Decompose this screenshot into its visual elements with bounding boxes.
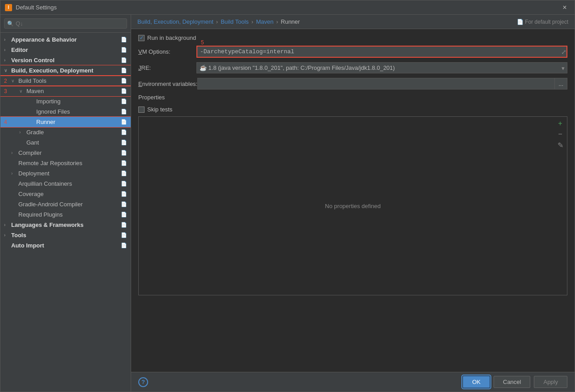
- for-default-text: 📄 For default project: [517, 19, 568, 25]
- expand-icon: ›: [4, 47, 11, 52]
- sidebar-item-label: Maven: [26, 88, 121, 94]
- sidebar-item-gradle-android[interactable]: Gradle-Android Compiler 📄: [0, 199, 131, 209]
- expand-icon: ›: [4, 58, 11, 63]
- sidebar-item-label: Gradle-Android Compiler: [18, 201, 121, 208]
- help-button[interactable]: ?: [138, 377, 148, 387]
- sidebar-item-label: Coverage: [18, 191, 121, 197]
- content-area: 🔍 › Appearance & Behavior 📄 › Editor 📄: [0, 15, 575, 392]
- expand-icon: ›: [4, 37, 11, 42]
- cancel-button[interactable]: Cancel: [494, 376, 530, 388]
- search-box: 🔍: [0, 15, 131, 33]
- page-icon: 📄: [121, 119, 127, 125]
- sidebar-item-label: Importing: [36, 98, 121, 105]
- breadcrumb-sep-1: ›: [216, 18, 218, 25]
- sidebar-item-compiler[interactable]: › Compiler 📄: [0, 148, 131, 158]
- run-in-background-checkbox-label[interactable]: ✓ Run in background: [138, 34, 196, 41]
- sidebar-item-build-exec-deploy[interactable]: 1 ∨ Build, Execution, Deployment 📄: [0, 65, 131, 76]
- sidebar-item-gradle[interactable]: › Gradle 📄: [0, 127, 131, 137]
- expand-icon: ∨: [4, 68, 11, 73]
- sidebar-item-label: Appearance & Behavior: [11, 36, 121, 43]
- expand-icon: ∨: [11, 78, 18, 83]
- skip-tests-checkbox[interactable]: ✓: [138, 107, 145, 113]
- ok-button[interactable]: OK: [463, 376, 490, 388]
- skip-tests-checkbox-label[interactable]: ✓ Skip tests: [138, 106, 172, 113]
- sidebar-item-label: Deployment: [18, 170, 121, 177]
- apply-button[interactable]: Apply: [534, 376, 567, 388]
- page-icon: 📄: [121, 47, 127, 53]
- jre-select-wrap: ☕ 1.8 (java version "1.8.0_201", path: C…: [196, 62, 567, 73]
- annotation-5: 5: [201, 39, 204, 46]
- jre-label: JRE:: [138, 64, 196, 71]
- sidebar-item-maven[interactable]: 3 ∨ Maven 📄: [0, 86, 131, 96]
- page-icon: 📄: [121, 98, 127, 104]
- annotation-2: 2: [4, 78, 7, 84]
- title-bar: I Default Settings ×: [0, 0, 575, 15]
- sidebar-item-label: Remote Jar Repositories: [18, 160, 121, 166]
- sidebar-item-label: Gradle: [26, 129, 121, 136]
- sidebar-item-label: Runner: [36, 119, 121, 125]
- main-panel: Build, Execution, Deployment › Build Too…: [131, 15, 575, 392]
- add-property-button[interactable]: +: [555, 119, 565, 128]
- default-settings-dialog: I Default Settings × 🔍 › Appearance & Be…: [0, 0, 575, 392]
- sidebar-item-runner[interactable]: 4 Runner 📄: [0, 117, 131, 127]
- vm-options-label: VM Options:: [138, 48, 196, 55]
- jre-select[interactable]: ☕ 1.8 (java version "1.8.0_201", path: C…: [196, 62, 567, 73]
- page-icon: 📄: [121, 222, 127, 228]
- env-vars-input-wrap: ...: [197, 78, 567, 89]
- sidebar-item-required-plugins[interactable]: Required Plugins 📄: [0, 209, 131, 220]
- no-properties-message: No properties defined: [139, 117, 567, 295]
- sidebar-item-tools[interactable]: › Tools 📄: [0, 230, 131, 240]
- settings-content: ✓ Run in background 5 VM Options: -Darch…: [131, 29, 575, 372]
- sidebar-item-label: Arquillian Containers: [18, 180, 121, 187]
- page-icon: 📄: [121, 68, 127, 73]
- page-icon: 📄: [121, 181, 127, 187]
- breadcrumb-bar: Build, Execution, Deployment › Build Too…: [131, 15, 575, 29]
- sidebar-item-ignored-files[interactable]: Ignored Files 📄: [0, 107, 131, 117]
- breadcrumb-part-2[interactable]: Build Tools: [221, 18, 249, 25]
- breadcrumb-current: Runner: [281, 18, 300, 25]
- env-vars-browse-button[interactable]: ...: [554, 78, 567, 89]
- env-vars-input[interactable]: [197, 78, 554, 89]
- edit-property-button[interactable]: ✎: [555, 140, 565, 150]
- sidebar-item-auto-import[interactable]: Auto Import 📄: [0, 240, 131, 251]
- run-in-background-label: Run in background: [147, 34, 196, 41]
- sidebar-item-label: Gant: [26, 139, 121, 146]
- sidebar-item-remote-jar[interactable]: Remote Jar Repositories 📄: [0, 158, 131, 168]
- remove-property-button[interactable]: −: [555, 129, 565, 139]
- sidebar-item-version-control[interactable]: › Version Control 📄: [0, 55, 131, 65]
- sidebar-item-importing[interactable]: Importing 📄: [0, 96, 131, 107]
- vm-options-input[interactable]: -DarchetypeCatalog=internal: [196, 46, 567, 58]
- env-vars-row: Environment variables: ...: [138, 78, 567, 89]
- sidebar-item-label: Build Tools: [18, 77, 121, 84]
- close-button[interactable]: ×: [559, 2, 570, 13]
- annotation-3: 3: [4, 88, 7, 94]
- page-icon: 📄: [121, 191, 127, 197]
- skip-tests-label: Skip tests: [147, 106, 172, 113]
- sidebar-item-editor[interactable]: › Editor 📄: [0, 45, 131, 55]
- sidebar-item-coverage[interactable]: Coverage 📄: [0, 189, 131, 199]
- page-icon: 📄: [121, 212, 127, 217]
- sidebar-item-arquillian[interactable]: Arquillian Containers 📄: [0, 179, 131, 189]
- vm-options-expand-button[interactable]: ⤢: [561, 48, 566, 55]
- search-input[interactable]: [16, 20, 124, 27]
- sidebar-item-build-tools[interactable]: 2 ∨ Build Tools 📄: [0, 76, 131, 86]
- page-icon: 📄: [121, 170, 127, 176]
- sidebar-item-languages[interactable]: › Languages & Frameworks 📄: [0, 220, 131, 230]
- page-icon: 📄: [121, 243, 127, 248]
- breadcrumb-sep-2: ›: [251, 18, 253, 25]
- skip-tests-row: ✓ Skip tests: [138, 106, 567, 113]
- breadcrumb-part-3[interactable]: Maven: [256, 18, 273, 25]
- breadcrumb-sep-3: ›: [276, 18, 278, 25]
- sidebar-item-label: Compiler: [18, 149, 121, 156]
- properties-toolbar: + − ✎: [554, 117, 567, 152]
- properties-panel: + − ✎ No properties defined: [138, 116, 567, 295]
- sidebar-item-gant[interactable]: Gant 📄: [0, 137, 131, 148]
- sidebar-item-deployment[interactable]: › Deployment 📄: [0, 168, 131, 179]
- page-icon: 📄: [121, 232, 127, 238]
- sidebar-item-appearance[interactable]: › Appearance & Behavior 📄: [0, 34, 131, 45]
- breadcrumb-part-1[interactable]: Build, Execution, Deployment: [137, 18, 213, 25]
- sidebar-item-label: Ignored Files: [36, 108, 121, 115]
- run-in-background-checkbox[interactable]: ✓: [138, 35, 145, 41]
- sidebar-item-label: Required Plugins: [18, 211, 121, 218]
- expand-icon: ›: [4, 233, 11, 238]
